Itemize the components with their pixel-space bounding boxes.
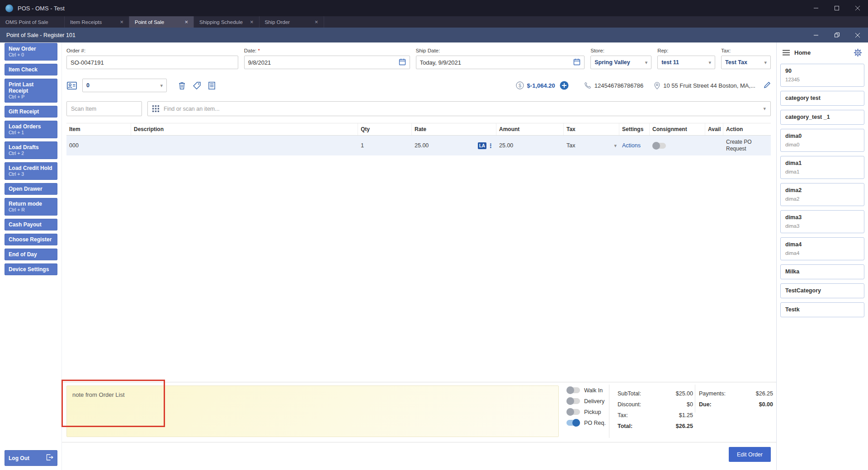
end-of-day-button[interactable]: End of Day xyxy=(5,249,57,260)
device-settings-button[interactable]: Device Settings xyxy=(5,263,57,275)
chevron-down-icon[interactable]: ▾ xyxy=(763,106,766,112)
consignment-toggle[interactable] xyxy=(652,143,666,149)
ship-date-input[interactable] xyxy=(420,59,571,66)
rep-dropdown[interactable]: test 11 ▾ xyxy=(657,56,715,69)
category-card[interactable]: dima4 dima4 xyxy=(780,237,864,260)
category-card[interactable]: Milka xyxy=(780,264,864,279)
close-tab-icon[interactable]: × xyxy=(315,19,318,25)
cash-payout-button[interactable]: Cash Payout xyxy=(5,219,57,230)
tab-oms-point-of-sale[interactable]: OMS Point of Sale xyxy=(0,16,65,28)
gift-receipt-button[interactable]: Gift Receipt xyxy=(5,106,57,118)
phone-icon xyxy=(584,82,591,89)
calendar-icon[interactable] xyxy=(399,58,406,67)
category-card[interactable]: Testk xyxy=(780,302,864,317)
cell-avail xyxy=(705,136,723,155)
category-card[interactable]: dima2 dima2 xyxy=(780,183,864,206)
rate-menu-icon[interactable]: ⋮ xyxy=(488,142,494,149)
payments-summary: Payments:$26.25 Due:$0.00 xyxy=(699,390,773,412)
close-icon[interactable] xyxy=(847,0,868,16)
delete-order-icon[interactable] xyxy=(179,82,185,89)
item-check-button[interactable]: Item Check xyxy=(5,64,57,75)
home-label[interactable]: Home xyxy=(794,49,811,56)
tab-shipping-schedule[interactable]: Shipping Schedule × xyxy=(194,16,259,28)
find-item-input[interactable] xyxy=(164,106,761,112)
tab-bar: OMS Point of Sale Item Receipts × Point … xyxy=(0,16,868,28)
open-drawer-button[interactable]: Open Drawer xyxy=(5,183,57,195)
tab-point-of-sale[interactable]: Point of Sale × xyxy=(129,16,194,28)
cell-qty[interactable]: 1 xyxy=(358,136,412,155)
tab-label: Ship Order xyxy=(265,19,290,25)
store-dropdown[interactable]: Spring Valley ▾ xyxy=(590,56,651,69)
delivery-toggle[interactable] xyxy=(566,398,580,404)
customer-count-dropdown[interactable]: 0 ▾ xyxy=(82,79,167,92)
column-header-action: Action xyxy=(723,123,771,135)
tab-label: OMS Point of Sale xyxy=(5,19,48,25)
tab-label: Point of Sale xyxy=(135,19,164,25)
hamburger-menu-icon[interactable] xyxy=(783,50,790,56)
load-credit-hold-button[interactable]: Load Credit Hold Ctrl + 3 xyxy=(5,162,57,180)
cell-action[interactable]: Create PO Request xyxy=(723,136,771,155)
calendar-icon[interactable] xyxy=(573,58,580,67)
category-panel: Home 90 12345 category test category_tes… xyxy=(776,42,868,470)
table-row[interactable]: 000 1 25.00 LA ⋮ 25.00 Tax ▾ Actions xyxy=(66,136,771,155)
po-req-option: PO Req. xyxy=(566,419,606,427)
item-search-row: ▾ xyxy=(66,101,771,116)
order-note-textarea[interactable]: note from Order List xyxy=(66,385,559,437)
choose-register-button[interactable]: Choose Register xyxy=(5,234,57,245)
return-mode-button[interactable]: Return mode Ctrl + R xyxy=(5,198,57,216)
tax-dropdown[interactable]: Test Tax ▾ xyxy=(721,56,771,69)
app-logo-icon xyxy=(5,5,13,12)
load-orders-button[interactable]: Load Orders Ctrl + 1 xyxy=(5,121,57,138)
register-title-bar: Point of Sale - Register 101 xyxy=(0,28,868,42)
location-pin-icon xyxy=(654,82,660,89)
date-input[interactable] xyxy=(248,59,396,66)
new-order-button[interactable]: New Order Ctrl + 0 xyxy=(5,43,57,61)
svg-text:$: $ xyxy=(519,83,521,88)
cell-description[interactable] xyxy=(131,136,358,155)
walk-in-toggle[interactable] xyxy=(566,387,580,393)
print-last-receipt-button[interactable]: Print Last Receipt Ctrl + P xyxy=(5,79,57,103)
close-tab-icon[interactable]: × xyxy=(120,19,123,25)
total-row: Total:$26.25 xyxy=(618,423,693,429)
order-notes-icon[interactable] xyxy=(208,82,215,89)
price-level-badge[interactable]: LA xyxy=(478,142,486,149)
cell-rate[interactable]: 25.00 LA ⋮ xyxy=(412,136,496,155)
close-tab-icon[interactable]: × xyxy=(250,19,254,25)
row-actions-link[interactable]: Actions xyxy=(622,142,641,149)
maximize-icon[interactable] xyxy=(826,0,847,16)
log-out-button[interactable]: Log Out xyxy=(5,450,57,466)
cell-tax-dropdown[interactable]: Tax ▾ xyxy=(564,136,619,155)
minimize-icon[interactable] xyxy=(806,28,826,42)
category-card[interactable]: 90 12345 xyxy=(780,64,864,87)
category-card[interactable]: category_test _1 xyxy=(780,110,864,125)
order-form-row: Order #: Date: * Ship Date: xyxy=(66,48,771,69)
find-item-combobox[interactable]: ▾ xyxy=(147,101,771,116)
tab-item-receipts[interactable]: Item Receipts × xyxy=(65,16,129,28)
bottom-divider xyxy=(62,382,776,382)
restore-icon[interactable] xyxy=(826,28,847,42)
tab-ship-order[interactable]: Ship Order × xyxy=(259,16,324,28)
close-icon[interactable] xyxy=(847,28,868,42)
edit-order-button[interactable]: Edit Order xyxy=(729,447,771,462)
register-window-controls xyxy=(806,28,868,42)
add-payment-icon[interactable] xyxy=(560,81,569,90)
edit-customer-icon[interactable] xyxy=(764,81,771,90)
customer-card-icon[interactable] xyxy=(67,82,77,89)
gear-icon[interactable] xyxy=(854,48,862,57)
category-card[interactable]: dima3 dima3 xyxy=(780,210,864,233)
column-header-settings: Settings xyxy=(619,123,650,135)
load-drafts-button[interactable]: Load Drafts Ctrl + 2 xyxy=(5,141,57,159)
close-tab-icon[interactable]: × xyxy=(184,19,188,25)
customer-phone: 124546786786786 xyxy=(594,82,643,89)
order-number-input[interactable] xyxy=(71,59,234,66)
scan-item-input[interactable] xyxy=(66,101,142,116)
minimize-icon[interactable] xyxy=(806,0,826,16)
category-card[interactable]: TestCategory xyxy=(780,283,864,298)
category-card[interactable]: category test xyxy=(780,91,864,106)
discount-tag-icon[interactable] xyxy=(193,82,201,89)
keypad-grid-icon[interactable] xyxy=(152,105,159,112)
po-req-toggle[interactable] xyxy=(566,420,580,426)
pickup-toggle[interactable] xyxy=(566,409,580,415)
category-card[interactable]: dima0 dima0 xyxy=(780,129,864,152)
category-card[interactable]: dima1 dima1 xyxy=(780,156,864,179)
